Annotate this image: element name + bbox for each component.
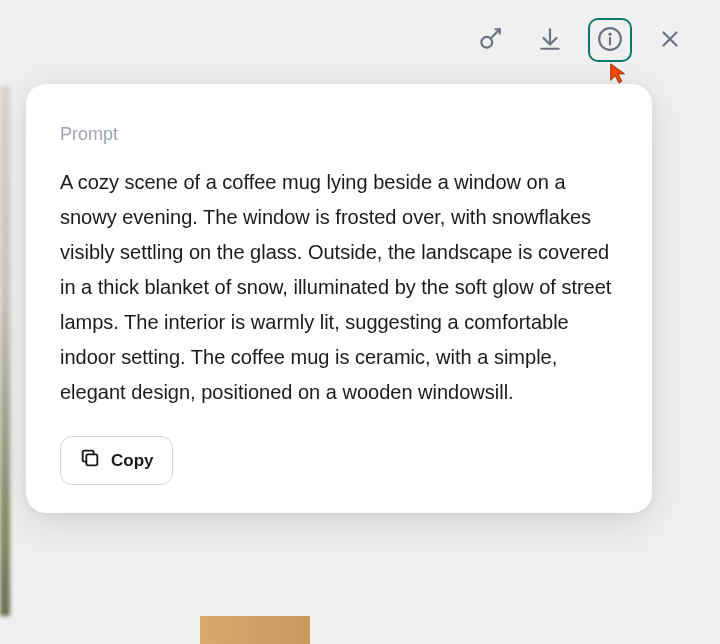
edit-button[interactable] (468, 18, 512, 62)
prompt-popover: Prompt A cozy scene of a coffee mug lyin… (26, 84, 652, 513)
prompt-text: A cozy scene of a coffee mug lying besid… (60, 165, 618, 410)
info-icon (597, 26, 623, 55)
download-button[interactable] (528, 18, 572, 62)
close-icon (657, 26, 683, 55)
toolbar (468, 18, 692, 62)
download-icon (537, 26, 563, 55)
info-button[interactable] (588, 18, 632, 62)
close-button[interactable] (648, 18, 692, 62)
svg-rect-6 (86, 454, 97, 465)
copy-button[interactable]: Copy (60, 436, 173, 485)
image-backdrop-left (0, 86, 10, 616)
popover-label: Prompt (60, 124, 618, 145)
image-backdrop-bottom (200, 616, 310, 644)
copy-icon (79, 447, 101, 474)
edit-brush-icon (477, 26, 503, 55)
svg-point-3 (609, 33, 610, 34)
copy-button-label: Copy (111, 451, 154, 471)
